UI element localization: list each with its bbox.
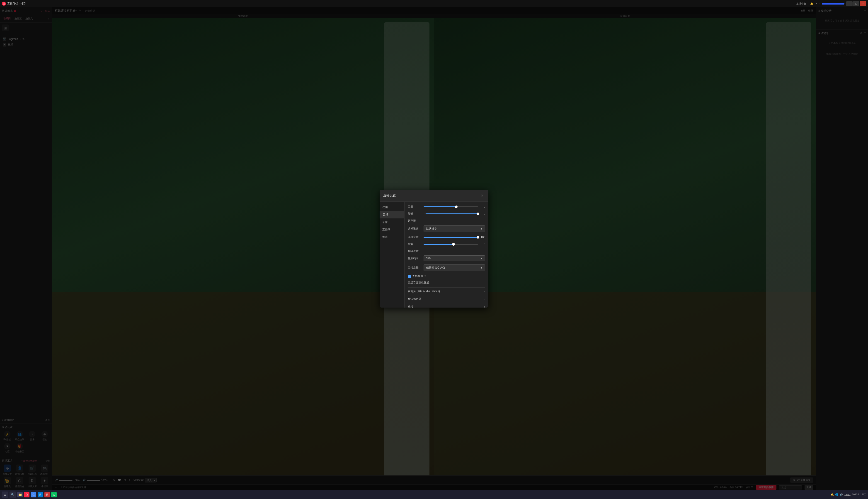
advanced-title: 高级设置 [408, 249, 434, 250]
device-value: 默认设备 [426, 227, 434, 231]
output-slider-fill [424, 237, 434, 238]
modal-audio-content: 音量 0 降噪 ? [404, 202, 434, 250]
noise-control: 0 [426, 212, 434, 216]
volume-label: 音量 [408, 205, 424, 209]
modal-title: 直播设置 [383, 194, 396, 197]
output-control: 100 [424, 236, 434, 239]
device-dropdown[interactable]: 默认设备 ▼ [424, 226, 434, 232]
app-icon: 直 [2, 2, 6, 6]
noise-label: 降噪 [408, 212, 424, 216]
noise-row: 降噪 ? 0 [408, 212, 434, 216]
noise-label-group: 降噪 ? [408, 212, 426, 216]
app-container: 常规模式 ← 导入 场景四 场景五 场景六 ＋ ▣ 📷 Logitech BRI… [0, 7, 434, 250]
volume-slider-fill [424, 206, 434, 207]
nav-audio[interactable]: 音频 [380, 211, 404, 218]
modal-body: 视频 音频 录像 直播间 推流 音量 [380, 202, 434, 250]
speaker-section-label: 扬声器 [408, 219, 434, 223]
output-volume-row: 输出音量 100 [408, 235, 434, 239]
gain-label: 增益 [408, 242, 424, 246]
device-label: 选择设备 [408, 227, 424, 231]
gain-control: 0 [424, 243, 434, 246]
noise-slider-fill [426, 214, 434, 214]
noise-slider[interactable] [426, 214, 434, 214]
nav-recording[interactable]: 录像 [380, 218, 404, 226]
modal-overlay[interactable]: 直播设置 × 视频 音频 录像 直播间 推流 音量 [0, 7, 434, 250]
gain-slider[interactable] [424, 244, 434, 245]
device-row: 选择设备 默认设备 ▼ [408, 226, 434, 232]
live-settings-modal: 直播设置 × 视频 音频 录像 直播间 推流 音量 [380, 190, 434, 250]
app-title: 直播伴侣 · 抖音 [7, 2, 26, 6]
advanced-section: 高级设置 音频码率 320 ▼ 音频质量 [408, 249, 434, 250]
gain-row: 增益 0 [408, 242, 434, 246]
app-logo: 直 直播伴侣 · 抖音 [2, 2, 26, 6]
nav-stream[interactable]: 推流 [380, 233, 404, 241]
noise-help-icon[interactable]: ? [425, 212, 426, 216]
nav-live-room[interactable]: 直播间 [380, 226, 404, 233]
modal-header: 直播设置 × [380, 190, 434, 202]
output-volume-label: 输出音量 [408, 235, 424, 239]
volume-row: 音量 0 [408, 205, 434, 209]
volume-slider[interactable] [424, 206, 434, 207]
titlebar: 直 直播伴侣 · 抖音 主播中心 🔔 ? ≡ ─ □ ✕ [0, 0, 434, 7]
modal-nav: 视频 音频 录像 直播间 推流 [380, 202, 404, 250]
volume-control: 0 [424, 205, 434, 208]
gain-slider-fill [424, 244, 434, 245]
output-slider[interactable] [424, 237, 434, 238]
nav-video[interactable]: 视频 [380, 204, 404, 211]
